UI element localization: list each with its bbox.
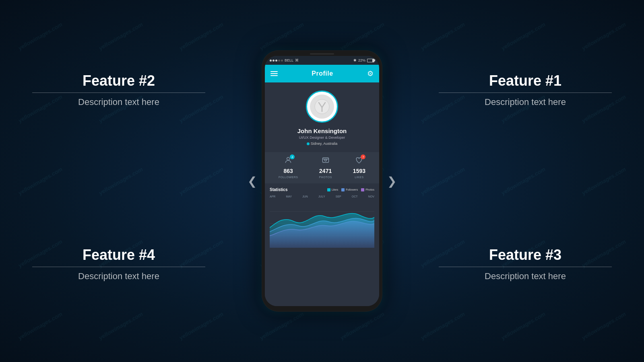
feature-4: Feature #4 Description text here — [32, 247, 205, 282]
followers-label: FOLLOWERS — [279, 176, 298, 179]
feature-1: Feature #1 Description text here — [439, 72, 612, 107]
watermark-item: yellowimages.com — [551, 274, 644, 362]
location-dot-icon — [307, 142, 310, 145]
ham-line-2 — [270, 73, 278, 74]
photos-icon-wrapper — [322, 156, 330, 166]
signal-dot-5 — [281, 60, 283, 62]
feature3-divider — [439, 267, 612, 267]
feature4-desc: Description text here — [32, 271, 205, 282]
watermark-item: yellowimages.com — [68, 274, 173, 362]
watermark-item: yellowimages.com — [148, 274, 254, 362]
month-oct: OCT — [352, 195, 358, 198]
feature3-desc: Description text here — [439, 271, 612, 282]
watermark-item: yellowimages.com — [148, 130, 254, 232]
watermark-item: yellowimages.com — [0, 274, 93, 362]
bluetooth-icon: ✱ — [353, 58, 357, 62]
feature2-divider — [32, 93, 205, 93]
photos-icon — [322, 156, 330, 166]
carousel-left-arrow[interactable]: ❮ — [248, 175, 257, 188]
app-title: Profile — [312, 70, 333, 77]
legend-likes-label: Likes — [332, 188, 338, 191]
stats-row: 4 863 FOLLOWERS — [265, 152, 379, 183]
carousel-right-arrow[interactable]: ❯ — [387, 175, 396, 188]
legend-photos-dot — [361, 188, 364, 191]
watermark-item: yellowimages.com — [68, 130, 173, 232]
signal-dot-4 — [278, 60, 280, 62]
month-july: JULY — [318, 195, 325, 198]
watermark-item: yellowimages.com — [470, 130, 576, 232]
likes-icon-wrapper: 7 — [355, 156, 363, 166]
carrier-name: BELL — [285, 58, 293, 62]
feature-2: Feature #2 Description text here — [32, 72, 205, 107]
svg-rect-3 — [322, 158, 328, 162]
watermark-item: yellowimages.com — [551, 130, 644, 232]
battery-fill — [372, 59, 374, 62]
likes-badge: 7 — [361, 154, 365, 159]
phone-speaker — [310, 53, 334, 55]
chart-legend: Likes Followers Photos — [327, 188, 374, 191]
watermark-item: yellowimages.com — [470, 274, 576, 362]
likes-stat[interactable]: 7 1593 LIKES — [353, 156, 365, 179]
statistics-chart — [270, 200, 374, 248]
watermark-item: yellowimages.com — [390, 130, 495, 232]
ham-line-3 — [270, 75, 278, 76]
battery-tip — [374, 60, 375, 62]
phone-outer-shell: BELL ⌘ ✱ 22% P — [262, 50, 382, 312]
signal-dots — [270, 60, 283, 62]
feature2-title: Feature #2 — [32, 72, 205, 89]
month-labels: APR MAY JUN JULY SEP OCT NOV — [270, 195, 374, 198]
status-bar: BELL ⌘ ✱ 22% — [265, 56, 379, 65]
feature1-title: Feature #1 — [439, 72, 612, 89]
ham-line-1 — [270, 71, 278, 72]
phone-mockup: ❮ ❯ BELL ⌘ ✱ — [262, 50, 382, 312]
avatar-icon — [314, 99, 330, 115]
phone-screen: BELL ⌘ ✱ 22% P — [265, 56, 379, 306]
user-role: UI/UX Designer & Developer — [299, 136, 345, 140]
chart-header: Statistics Likes Followers Photos — [270, 187, 374, 192]
month-may: MAY — [286, 195, 292, 198]
legend-likes-dot — [327, 188, 330, 191]
likes-count: 1593 — [353, 168, 365, 174]
signal-dot-1 — [270, 60, 272, 62]
followers-count: 863 — [284, 168, 293, 174]
photos-label: PHOTOS — [319, 176, 332, 179]
location-text: Sidney, Australia — [311, 142, 337, 146]
avatar-wrapper — [306, 90, 338, 123]
feature1-divider — [439, 93, 612, 93]
settings-icon[interactable]: ⚙ — [367, 69, 374, 78]
followers-stat[interactable]: 4 863 FOLLOWERS — [279, 156, 298, 179]
avatar-placeholder — [310, 95, 334, 119]
svg-point-2 — [287, 157, 290, 160]
app-header: Profile ⚙ — [265, 65, 379, 82]
hamburger-menu-button[interactable] — [270, 71, 278, 76]
month-nov: NOV — [368, 195, 374, 198]
avatar[interactable] — [306, 90, 338, 123]
chart-section: Statistics Likes Followers Photos — [265, 183, 379, 306]
legend-likes: Likes — [327, 188, 338, 191]
user-name: John Kensington — [297, 128, 347, 134]
likes-label: LIKES — [355, 176, 363, 179]
legend-followers-dot — [341, 188, 345, 191]
watermark-item: yellowimages.com — [0, 130, 93, 232]
profile-section: John Kensington UI/UX Designer & Develop… — [265, 82, 379, 152]
followers-icon-wrapper: 4 — [284, 156, 292, 166]
legend-photos: Photos — [361, 188, 374, 191]
photos-count: 2471 — [319, 168, 332, 174]
feature-3: Feature #3 Description text here — [439, 247, 612, 282]
status-bar-right: ✱ 22% — [353, 58, 374, 62]
feature4-divider — [32, 267, 205, 267]
photos-stat[interactable]: 2471 PHOTOS — [319, 156, 332, 179]
feature3-title: Feature #3 — [439, 247, 612, 263]
status-bar-left: BELL ⌘ — [270, 58, 299, 62]
signal-dot-2 — [272, 60, 275, 62]
feature1-desc: Description text here — [439, 97, 612, 107]
month-apr: APR — [270, 195, 275, 198]
user-location: Sidney, Australia — [307, 142, 337, 146]
followers-badge: 4 — [290, 154, 295, 159]
legend-photos-label: Photos — [365, 188, 374, 191]
wifi-icon: ⌘ — [295, 58, 299, 62]
battery-icon — [367, 59, 374, 62]
legend-followers: Followers — [341, 188, 358, 191]
feature2-desc: Description text here — [32, 97, 205, 107]
month-jun: JUN — [302, 195, 308, 198]
